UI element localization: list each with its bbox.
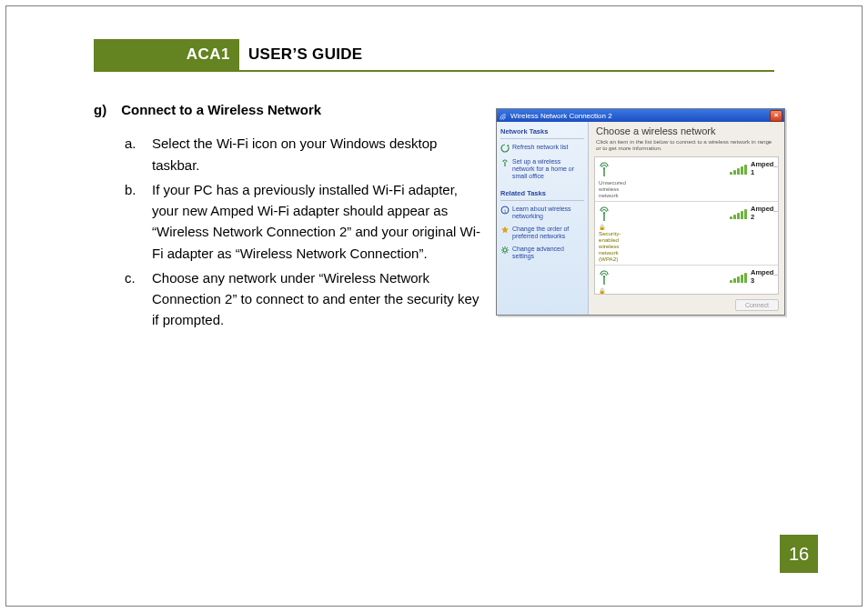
step-marker: a. <box>125 133 137 176</box>
network-item[interactable]: Amped_Network 1 Unsecured wireless netwo… <box>595 157 778 202</box>
info-icon: i <box>500 206 510 215</box>
step-text: If your PC has a previously installed Wi… <box>152 179 485 264</box>
connect-button[interactable]: Connect <box>735 299 779 311</box>
step-list: a. Select the Wi-Fi icon on your Windows… <box>125 133 485 330</box>
step-item: b. If your PC has a previously installed… <box>125 179 485 264</box>
sidebar-link-setup[interactable]: Set up a wireless network for a home or … <box>500 156 584 184</box>
dialog-footer: Connect <box>589 295 784 315</box>
section-heading: g) Connect to a Wireless Network <box>94 99 485 120</box>
step-text: Choose any network under “Wireless Netwo… <box>152 267 485 331</box>
sidebar-heading-related: Related Tasks <box>500 187 584 201</box>
page-number: 16 <box>780 535 818 573</box>
sidebar-link-label: Change the order of preferred networks <box>512 226 584 240</box>
svg-point-4 <box>603 212 605 214</box>
gear-icon <box>500 246 510 255</box>
sidebar-link-label: Change advanced settings <box>512 246 584 260</box>
sidebar-link-label: Learn about wireless networking <box>512 206 584 220</box>
sidebar-link-order[interactable]: Change the order of preferred networks <box>500 224 584 244</box>
sidebar-link-learn[interactable]: i Learn about wireless networking <box>500 204 584 224</box>
step-marker: c. <box>125 267 137 331</box>
svg-point-2 <box>503 248 507 252</box>
dialog-body: Network Tasks Refresh network list Set u… <box>497 122 784 315</box>
svg-point-3 <box>603 167 605 169</box>
doc-header: ACA1 USER’S GUIDE <box>94 39 774 72</box>
dialog-main: Choose a wireless network Click an item … <box>589 122 784 315</box>
svg-point-5 <box>603 276 605 277</box>
wifi-antenna-icon <box>599 160 610 178</box>
sidebar-link-refresh[interactable]: Refresh network list <box>500 142 584 156</box>
network-security: 🔒Security-enabled wireless network (WPA2… <box>599 224 611 262</box>
wireless-icon <box>500 112 508 120</box>
sidebar-link-advanced[interactable]: Change advanced settings <box>500 244 584 264</box>
step-item: c. Choose any network under “Wireless Ne… <box>125 267 485 331</box>
network-name: Amped_Network 1 <box>751 160 774 176</box>
section-title: Connect to a Wireless Network <box>121 99 321 120</box>
page-frame: ACA1 USER’S GUIDE g) Connect to a Wirele… <box>5 5 863 607</box>
doc-header-title: USER’S GUIDE <box>239 39 362 70</box>
dialog-title: Wireless Network Connection 2 <box>510 112 612 120</box>
network-name: Amped_Network 2 <box>751 205 774 221</box>
doc-content: g) Connect to a Wireless Network a. Sele… <box>94 99 485 335</box>
wifi-antenna-icon <box>599 268 610 286</box>
wifi-antenna-icon <box>599 205 610 223</box>
refresh-icon <box>500 144 510 153</box>
section-marker: g) <box>94 99 106 120</box>
network-name: Amped_Network 3 <box>751 268 774 285</box>
signal-bars-icon <box>730 272 747 283</box>
step-item: a. Select the Wi-Fi icon on your Windows… <box>125 133 485 176</box>
sidebar-heading-tasks: Network Tasks <box>500 125 584 139</box>
signal-bars-icon <box>730 164 747 175</box>
close-icon[interactable]: × <box>770 110 782 122</box>
wireless-dialog: Wireless Network Connection 2 × Network … <box>496 108 785 316</box>
antenna-icon <box>500 158 510 167</box>
network-item[interactable]: Amped_Network 2 🔒Security-enabled wirele… <box>595 202 778 266</box>
step-text: Select the Wi-Fi icon on your Windows de… <box>152 133 485 176</box>
dialog-main-subtitle: Click an item in the list below to conne… <box>596 138 777 152</box>
dialog-main-header: Choose a wireless network Click an item … <box>589 122 784 156</box>
doc-header-code: ACA1 <box>94 39 239 70</box>
star-icon <box>500 226 510 235</box>
network-security: 🔒Security-enabled wireless network (WPA2… <box>599 287 611 295</box>
network-security: Unsecured wireless network <box>599 179 611 198</box>
network-security-text: Security-enabled wireless network (WPA2) <box>599 230 621 262</box>
svg-text:i: i <box>504 208 506 214</box>
dialog-main-title: Choose a wireless network <box>596 125 777 136</box>
step-marker: b. <box>125 179 137 264</box>
sidebar-link-label: Set up a wireless network for a home or … <box>512 158 584 180</box>
sidebar-link-label: Refresh network list <box>512 144 568 151</box>
network-list: Amped_Network 1 Unsecured wireless netwo… <box>594 156 779 295</box>
dialog-sidebar: Network Tasks Refresh network list Set u… <box>497 122 589 315</box>
dialog-titlebar: Wireless Network Connection 2 × <box>497 109 784 122</box>
signal-bars-icon <box>730 208 747 219</box>
network-item[interactable]: Amped_Network 3 🔒Security-enabled wirele… <box>595 266 778 295</box>
